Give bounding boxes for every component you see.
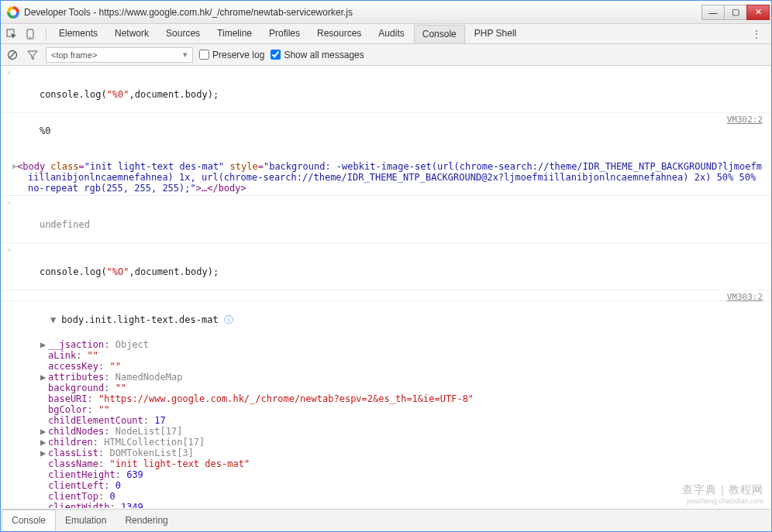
more-icon[interactable]: ⋮: [745, 28, 768, 40]
property-row[interactable]: ▶classList: DOMTokenList[3]: [28, 448, 766, 458]
property-name: accessKey: [48, 361, 98, 372]
property-value: DOMTokenList[3]: [109, 448, 193, 458]
property-row[interactable]: ▶childNodes: NodeList[17]: [28, 426, 766, 437]
property-value: "": [88, 350, 98, 361]
device-icon[interactable]: [22, 26, 38, 42]
property-row[interactable]: aLink: "": [28, 350, 766, 361]
maximize-button[interactable]: ▢: [724, 5, 747, 20]
inspect-icon[interactable]: [4, 26, 19, 42]
separator: [46, 28, 47, 40]
property-value: NamedNodeMap: [115, 372, 183, 383]
tab-timeline[interactable]: Timeline: [209, 25, 260, 43]
object-header[interactable]: ▼ body.init.light-text.des-mat ⓘ: [2, 301, 770, 339]
property-row[interactable]: accessKey: "": [28, 361, 766, 372]
window-titlebar: Developer Tools - https://www.google.com…: [1, 1, 771, 24]
clear-console-icon[interactable]: [5, 48, 19, 62]
window-buttons: — ▢ ✕: [702, 5, 770, 20]
drawer-tab-console[interactable]: Console: [2, 510, 56, 531]
tab-php-shell[interactable]: PHP Shell: [467, 25, 524, 43]
console-element-line[interactable]: ▶ <body class="init light-text des-mat" …: [2, 160, 770, 196]
property-name: childNodes: [48, 426, 104, 437]
return-chevron-icon: ‹: [5, 197, 14, 208]
property-row[interactable]: ▶__jsaction: Object: [28, 339, 766, 350]
console-return-line: ‹ undefined: [2, 196, 770, 243]
filter-icon[interactable]: [26, 48, 40, 62]
vm-link[interactable]: VM303:2: [727, 292, 763, 302]
property-row[interactable]: ▶children: HTMLCollection[17]: [28, 437, 766, 448]
frame-selector[interactable]: <top frame> ▾: [46, 47, 193, 63]
property-row[interactable]: ▶attributes: NamedNodeMap: [28, 372, 766, 383]
tab-console[interactable]: Console: [414, 25, 465, 43]
expand-triangle-icon[interactable]: ▶: [16, 161, 25, 171]
property-row[interactable]: className: "init light-text des-mat": [28, 458, 766, 469]
property-row[interactable]: background: "": [28, 383, 766, 393]
info-icon[interactable]: ⓘ: [224, 314, 233, 325]
tab-audits[interactable]: Audits: [370, 25, 412, 43]
tab-elements[interactable]: Elements: [51, 25, 105, 43]
property-name: classList: [48, 448, 98, 458]
tab-resources[interactable]: Resources: [309, 25, 369, 43]
property-row[interactable]: clientLeft: 0: [28, 480, 766, 491]
show-all-input[interactable]: [271, 50, 281, 60]
drawer-tabs: ConsoleEmulationRendering: [2, 509, 770, 530]
undefined-text: undefined: [40, 219, 90, 230]
property-row[interactable]: clientWidth: 1349: [28, 502, 766, 508]
expand-triangle-icon[interactable]: ▶: [40, 448, 48, 458]
preserve-log-checkbox[interactable]: Preserve log: [199, 50, 264, 60]
svg-line-4: [9, 52, 16, 58]
property-name: childElementCount: [48, 415, 143, 426]
chevron-down-icon: ▾: [183, 50, 188, 60]
property-value: "": [109, 361, 120, 372]
input-chevron-icon: ›: [5, 67, 14, 77]
output-text: %0: [40, 125, 50, 136]
property-value: 639: [126, 469, 143, 480]
property-value: NodeList[17]: [115, 426, 183, 437]
window-title: Developer Tools - https://www.google.com…: [24, 7, 702, 18]
property-row[interactable]: clientHeight: 639: [28, 469, 766, 480]
property-name: baseURI: [48, 393, 88, 404]
console-filterbar: <top frame> ▾ Preserve log Show all mess…: [1, 44, 771, 66]
close-button[interactable]: ✕: [746, 5, 770, 20]
property-name: bgColor: [48, 404, 88, 415]
property-value: 0: [109, 491, 115, 502]
property-row[interactable]: childElementCount: 17: [28, 415, 766, 426]
expand-triangle-icon[interactable]: ▶: [40, 339, 48, 350]
panel-tabs: ElementsNetworkSourcesTimelineProfilesRe…: [51, 25, 524, 43]
console-input-line[interactable]: › console.log("%O",document.body);: [2, 243, 770, 290]
expand-triangle-icon[interactable]: ▶: [40, 437, 48, 448]
cmd-text: console.log("%0",document.body);: [40, 89, 219, 100]
property-row[interactable]: bgColor: "": [28, 404, 766, 415]
chrome-icon: [7, 6, 19, 19]
tab-sources[interactable]: Sources: [158, 25, 208, 43]
property-value: 0: [115, 480, 121, 491]
svg-point-2: [29, 36, 31, 38]
main-toolbar: ElementsNetworkSourcesTimelineProfilesRe…: [1, 24, 771, 44]
expand-triangle-icon[interactable]: ▶: [40, 426, 48, 437]
console-output-line: VM303:2: [2, 290, 770, 301]
property-row[interactable]: baseURI: "https://www.google.com.hk/_/ch…: [28, 393, 766, 404]
console-input-line[interactable]: › console.log("%0",document.body);: [2, 66, 770, 113]
preserve-log-input[interactable]: [199, 50, 209, 60]
console-output-line: %0 VM302:2: [2, 113, 770, 160]
property-value: 17: [154, 415, 165, 426]
property-name: clientLeft: [48, 480, 104, 491]
property-name: background: [48, 383, 104, 393]
property-value: "": [98, 404, 109, 415]
property-row[interactable]: clientTop: 0: [28, 491, 766, 502]
property-name: __jsaction: [48, 339, 104, 350]
minimize-button[interactable]: —: [701, 5, 725, 20]
preserve-log-label: Preserve log: [212, 50, 264, 60]
drawer-tab-emulation[interactable]: Emulation: [56, 510, 115, 530]
property-value: Object: [115, 339, 149, 350]
expand-triangle-icon[interactable]: ▼: [50, 314, 61, 325]
expand-triangle-icon[interactable]: ▶: [40, 372, 48, 383]
object-properties: ▶__jsaction: ObjectaLink: ""accessKey: "…: [2, 339, 770, 508]
tab-profiles[interactable]: Profiles: [261, 25, 308, 43]
vm-link[interactable]: VM302:2: [727, 115, 763, 125]
drawer-tab-rendering[interactable]: Rendering: [115, 510, 177, 530]
console-output[interactable]: › console.log("%0",document.body); %0 VM…: [2, 66, 770, 508]
tab-network[interactable]: Network: [107, 25, 157, 43]
property-name: aLink: [48, 350, 76, 361]
property-value: "init light-text des-mat": [109, 458, 250, 469]
show-all-checkbox[interactable]: Show all messages: [271, 50, 364, 60]
